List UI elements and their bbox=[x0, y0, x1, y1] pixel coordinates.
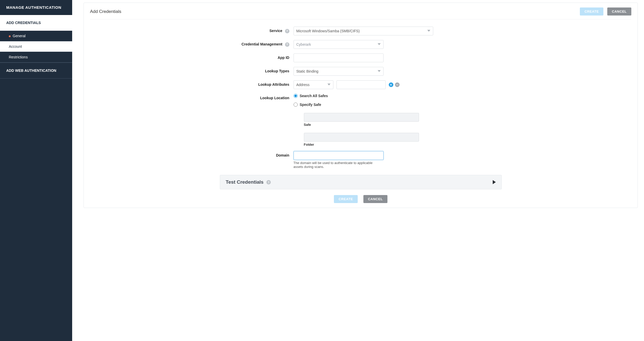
chevron-down-icon bbox=[378, 42, 381, 47]
test-credentials-title: Test Credentials bbox=[226, 179, 264, 185]
footer-actions: CREATE CANCEL bbox=[90, 195, 631, 203]
sidebar-item-account[interactable]: Account bbox=[0, 41, 72, 52]
create-button-bottom[interactable]: CREATE bbox=[334, 195, 357, 203]
sidebar-item-restrictions[interactable]: Restrictions bbox=[0, 52, 72, 63]
sidebar-group-add-credentials: ADD CREDENTIALS bbox=[0, 15, 72, 31]
card-header: Add Credentials CREATE CANCEL bbox=[90, 7, 631, 19]
domain-label: Domain bbox=[219, 151, 294, 157]
chevron-down-icon bbox=[327, 83, 331, 87]
domain-input[interactable] bbox=[294, 151, 384, 160]
radio-label: Specify Safe bbox=[300, 103, 321, 107]
credmgmt-value: Cyberark bbox=[296, 42, 311, 47]
radio-search-all-safes[interactable]: Search All Safes bbox=[294, 94, 503, 98]
sidebar-header: MANAGE AUTHENTICATION bbox=[0, 0, 72, 15]
credentials-form: Service ? Microsoft Windows/Samba (SMB/C… bbox=[219, 27, 503, 169]
lookup-attrs-label: Lookup Attributes bbox=[219, 80, 294, 87]
sidebar-filler bbox=[0, 79, 72, 341]
lookup-types-label: Lookup Types bbox=[219, 67, 294, 73]
service-label: Service ? bbox=[219, 27, 294, 33]
chevron-right-icon bbox=[493, 180, 496, 184]
service-select[interactable]: Microsoft Windows/Samba (SMB/CIFS) bbox=[294, 27, 433, 35]
chevron-down-icon bbox=[427, 29, 430, 33]
help-icon[interactable]: ? bbox=[285, 42, 289, 47]
cancel-button-top[interactable]: CANCEL bbox=[607, 7, 631, 16]
lookup-attr-value: Address bbox=[296, 83, 310, 87]
service-value: Microsoft Windows/Samba (SMB/CIFS) bbox=[296, 29, 360, 33]
folder-input[interactable] bbox=[304, 133, 419, 142]
safe-label: Safe bbox=[304, 123, 503, 127]
remove-icon[interactable]: − bbox=[395, 82, 400, 87]
sidebar: MANAGE AUTHENTICATION ADD CREDENTIALS Ge… bbox=[0, 0, 72, 341]
appid-label: App ID bbox=[219, 53, 294, 60]
help-icon[interactable]: ? bbox=[266, 180, 271, 184]
create-button-top[interactable]: CREATE bbox=[580, 7, 603, 16]
main-content: Add Credentials CREATE CANCEL Service ? … bbox=[72, 0, 644, 341]
add-icon[interactable]: + bbox=[389, 82, 393, 87]
cancel-button-bottom[interactable]: CANCEL bbox=[363, 195, 387, 203]
appid-input[interactable] bbox=[294, 53, 384, 62]
credmgmt-label: Credential Management ? bbox=[219, 40, 294, 47]
folder-label: Folder bbox=[304, 143, 503, 146]
credentials-card: Add Credentials CREATE CANCEL Service ? … bbox=[84, 3, 638, 208]
lookup-types-value: Static Binding bbox=[296, 69, 319, 73]
safe-input[interactable] bbox=[304, 113, 419, 122]
lookup-attr-select[interactable]: Address bbox=[294, 80, 333, 89]
help-icon[interactable]: ? bbox=[285, 29, 289, 33]
test-credentials-panel[interactable]: Test Credentials ? bbox=[220, 175, 502, 189]
domain-help-text: The domain will be used to authenticate … bbox=[294, 161, 381, 169]
chevron-down-icon bbox=[378, 69, 381, 73]
radio-specify-safe[interactable]: Specify Safe bbox=[294, 103, 503, 107]
sidebar-item-general[interactable]: General bbox=[0, 31, 72, 41]
lookup-location-label: Lookup Location bbox=[219, 94, 294, 100]
sidebar-group-web-auth[interactable]: ADD WEB AUTHENTICATION bbox=[0, 63, 72, 79]
page-title: Add Credentials bbox=[90, 9, 121, 14]
lookup-attr-value-input[interactable] bbox=[336, 80, 386, 89]
lookup-location-radios: Search All Safes Specify Safe Safe bbox=[294, 94, 503, 146]
lookup-types-select[interactable]: Static Binding bbox=[294, 67, 384, 76]
credmgmt-select[interactable]: Cyberark bbox=[294, 40, 384, 49]
header-actions: CREATE CANCEL bbox=[580, 7, 631, 16]
radio-label: Search All Safes bbox=[300, 94, 328, 98]
